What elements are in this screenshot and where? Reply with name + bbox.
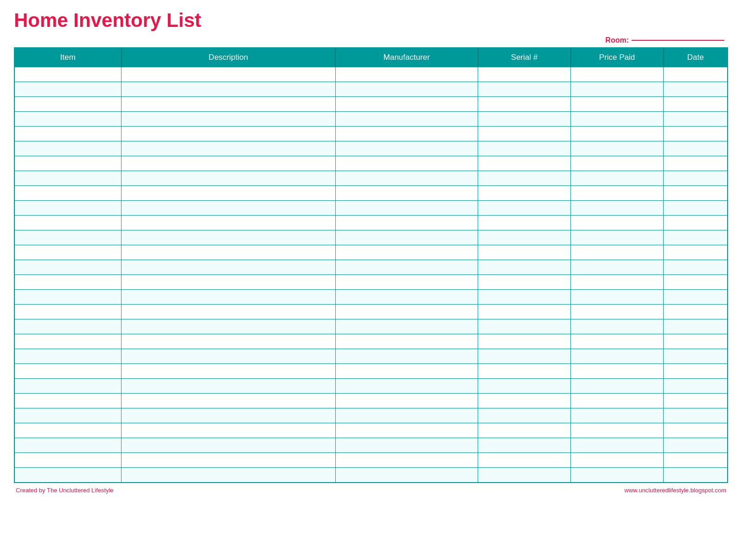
table-cell — [335, 334, 478, 349]
table-cell — [14, 245, 122, 260]
table-cell — [122, 112, 335, 127]
table-row — [14, 127, 728, 141]
table-cell — [335, 275, 478, 290]
table-cell — [14, 141, 122, 156]
table-row — [14, 67, 728, 82]
table-row — [14, 230, 728, 245]
table-cell — [664, 408, 728, 423]
table-cell — [664, 141, 728, 156]
table-cell — [335, 319, 478, 334]
table-cell — [571, 305, 664, 319]
table-row — [14, 334, 728, 349]
footer-right: www.unclutteredlifestyle.blogspot.com — [624, 487, 726, 494]
table-cell — [14, 319, 122, 334]
table-cell — [664, 394, 728, 408]
table-cell — [571, 216, 664, 230]
table-cell — [122, 453, 335, 468]
table-row — [14, 364, 728, 379]
table-cell — [478, 364, 571, 379]
table-cell — [335, 112, 478, 127]
table-cell — [571, 127, 664, 141]
table-cell — [571, 438, 664, 453]
table-cell — [478, 453, 571, 468]
table-cell — [14, 453, 122, 468]
table-cell — [335, 423, 478, 438]
table-cell — [14, 349, 122, 364]
table-row — [14, 141, 728, 156]
table-cell — [478, 127, 571, 141]
table-body — [14, 67, 728, 483]
table-cell — [664, 201, 728, 216]
table-cell — [335, 453, 478, 468]
table-row — [14, 112, 728, 127]
table-cell — [478, 423, 571, 438]
table-cell — [335, 186, 478, 201]
table-cell — [664, 216, 728, 230]
table-cell — [122, 438, 335, 453]
table-cell — [571, 171, 664, 186]
table-cell — [478, 334, 571, 349]
table-cell — [335, 97, 478, 112]
table-cell — [571, 260, 664, 275]
table-cell — [664, 319, 728, 334]
table-cell — [478, 82, 571, 97]
table-cell — [122, 334, 335, 349]
table-cell — [478, 216, 571, 230]
table-cell — [664, 127, 728, 141]
table-cell — [664, 453, 728, 468]
table-cell — [14, 394, 122, 408]
table-cell — [122, 97, 335, 112]
table-cell — [14, 127, 122, 141]
table-cell — [335, 156, 478, 171]
table-row — [14, 468, 728, 483]
table-cell — [14, 275, 122, 290]
table-row — [14, 290, 728, 305]
table-cell — [664, 349, 728, 364]
table-cell — [335, 290, 478, 305]
table-cell — [664, 260, 728, 275]
table-row — [14, 245, 728, 260]
table-row — [14, 275, 728, 290]
table-cell — [571, 349, 664, 364]
table-cell — [664, 230, 728, 245]
table-cell — [478, 171, 571, 186]
table-cell — [14, 67, 122, 82]
table-cell — [335, 230, 478, 245]
table-row — [14, 408, 728, 423]
table-cell — [664, 379, 728, 394]
table-cell — [122, 468, 335, 483]
table-cell — [664, 468, 728, 483]
table-cell — [122, 67, 335, 82]
table-cell — [571, 275, 664, 290]
table-cell — [14, 379, 122, 394]
table-cell — [664, 171, 728, 186]
table-row — [14, 453, 728, 468]
col-header-price: Price Paid — [571, 48, 664, 67]
footer: Created by The Uncluttered Lifestyle www… — [14, 487, 728, 494]
table-cell — [122, 319, 335, 334]
table-cell — [14, 171, 122, 186]
table-cell — [664, 97, 728, 112]
footer-left: Created by The Uncluttered Lifestyle — [16, 487, 114, 494]
table-row — [14, 201, 728, 216]
table-cell — [14, 364, 122, 379]
col-header-manufacturer: Manufacturer — [335, 48, 478, 67]
table-row — [14, 216, 728, 230]
table-cell — [335, 141, 478, 156]
table-cell — [335, 438, 478, 453]
table-cell — [571, 423, 664, 438]
table-cell — [335, 408, 478, 423]
table-cell — [478, 290, 571, 305]
table-cell — [122, 127, 335, 141]
table-cell — [478, 379, 571, 394]
table-row — [14, 186, 728, 201]
table-cell — [664, 423, 728, 438]
table-cell — [122, 245, 335, 260]
table-cell — [571, 97, 664, 112]
table-cell — [478, 319, 571, 334]
table-cell — [478, 349, 571, 364]
table-cell — [14, 305, 122, 319]
table-cell — [664, 156, 728, 171]
table-row — [14, 394, 728, 408]
table-cell — [664, 438, 728, 453]
